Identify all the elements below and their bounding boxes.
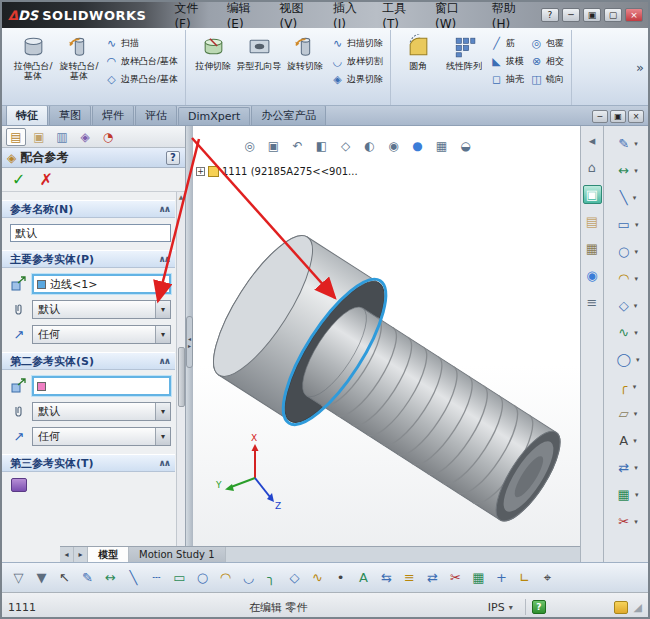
chevron-down-icon[interactable]: ▾ bbox=[155, 326, 170, 343]
fillet-button[interactable]: 圆角 bbox=[395, 31, 441, 82]
ribbon-overflow-button[interactable]: » bbox=[636, 60, 644, 75]
sketch-icon[interactable]: ✎ bbox=[79, 569, 96, 586]
model-canvas[interactable]: X Y Z bbox=[193, 126, 580, 546]
minimize-button[interactable]: ─ bbox=[562, 8, 580, 22]
polygon-icon[interactable]: ◇ bbox=[610, 293, 646, 318]
mirror-entities-icon[interactable]: ⇄ bbox=[610, 455, 646, 480]
centerpoint-arc-icon[interactable]: ◠ bbox=[217, 569, 234, 586]
section-primary-reference[interactable]: 主要参考实体(P) ∧∧ bbox=[2, 250, 175, 268]
help-button[interactable]: ? bbox=[541, 8, 559, 22]
arc-icon[interactable]: ◠ bbox=[610, 266, 646, 291]
sketch-flyout-icon[interactable]: ✎ bbox=[610, 131, 646, 156]
tag-icon[interactable] bbox=[614, 601, 628, 614]
hide-show-items-icon[interactable]: ◉ bbox=[385, 137, 402, 154]
extruded-boss-button[interactable]: 拉伸凸台/基体 bbox=[10, 31, 56, 82]
edit-appearance-icon[interactable]: ● bbox=[409, 137, 426, 154]
three-point-arc-icon[interactable]: ╮ bbox=[263, 569, 280, 586]
secondary-mate-type-dropdown[interactable]: 默认 ▾ bbox=[32, 402, 171, 421]
sketch-fillet-icon[interactable]: ╭ bbox=[610, 374, 646, 399]
cancel-button[interactable]: ✗ bbox=[39, 170, 52, 189]
file-explorer-icon[interactable]: ▤ bbox=[583, 212, 602, 231]
zoom-area-icon[interactable]: ▣ bbox=[265, 137, 282, 154]
tab-sketch[interactable]: 草图 bbox=[49, 105, 91, 125]
swept-cut-button[interactable]: ∿ 扫描切除 bbox=[331, 37, 383, 50]
chevron-down-icon[interactable]: ▾ bbox=[155, 428, 170, 445]
selection-filter-icon[interactable]: ▽ bbox=[10, 569, 27, 586]
collapse-icon[interactable]: ∧∧ bbox=[158, 356, 169, 366]
swept-boss-button[interactable]: ∿ 扫描 bbox=[105, 37, 178, 50]
intersect-button[interactable]: ⊗ 相交 bbox=[530, 55, 564, 68]
smart-dimension-icon[interactable]: ↔ bbox=[610, 158, 646, 183]
expand-tree-icon[interactable]: + bbox=[196, 167, 205, 176]
spline-icon[interactable]: ∿ bbox=[309, 569, 326, 586]
rectangle-icon[interactable]: ▭ bbox=[171, 569, 188, 586]
tab-features[interactable]: 特征 bbox=[6, 105, 48, 125]
ellipse-icon[interactable]: ◯ bbox=[610, 347, 646, 372]
previous-view-icon[interactable]: ↶ bbox=[289, 137, 306, 154]
reference-name-input[interactable]: 默认 bbox=[10, 224, 171, 242]
property-manager-tab-icon[interactable]: ▤ bbox=[6, 128, 26, 146]
solidworks-resources-icon[interactable]: ⌂ bbox=[583, 158, 602, 177]
annotation-text[interactable]: 1111 (92185A275<<901... bbox=[222, 166, 358, 177]
chevron-down-icon[interactable]: ▾ bbox=[155, 403, 170, 420]
tab-model[interactable]: 模型 bbox=[88, 547, 129, 562]
polygon-icon[interactable]: ◇ bbox=[286, 569, 303, 586]
point-icon[interactable]: • bbox=[332, 569, 349, 586]
filter-toolbar-icon[interactable]: ▼ bbox=[33, 569, 50, 586]
scrollbar-thumb[interactable] bbox=[178, 347, 185, 407]
circle-icon[interactable]: ○ bbox=[194, 569, 211, 586]
chevron-down-icon[interactable]: ▾ bbox=[155, 301, 170, 318]
primary-mate-type-dropdown[interactable]: 默认 ▾ bbox=[32, 300, 171, 319]
section-reference-name[interactable]: 参考名称(N) ∧∧ bbox=[2, 200, 175, 218]
text-icon[interactable]: A bbox=[610, 428, 646, 453]
display-style-icon[interactable]: ◐ bbox=[361, 137, 378, 154]
revolved-cut-button[interactable]: 旋转切除 bbox=[282, 31, 328, 82]
zoom-fit-icon[interactable]: ◎ bbox=[241, 137, 258, 154]
hole-wizard-button[interactable]: 异型孔向导 bbox=[236, 31, 282, 82]
quick-snaps-icon[interactable]: ⌖ bbox=[539, 569, 556, 586]
linear-sketch-pattern-icon[interactable]: ▦ bbox=[470, 569, 487, 586]
appearances-icon[interactable]: ◉ bbox=[583, 266, 602, 285]
units-dropdown[interactable]: IPS ▾ bbox=[482, 599, 519, 616]
revolved-boss-button[interactable]: 旋转凸台/基体 bbox=[56, 31, 102, 82]
tab-dimxpert[interactable]: DimXpert bbox=[178, 107, 250, 125]
mirror-button[interactable]: ◫ 镜向 bbox=[530, 73, 564, 86]
section-tertiary-reference[interactable]: 第三参考实体(T) ∧∧ bbox=[2, 454, 175, 472]
draft-button[interactable]: ◣ 拔模 bbox=[490, 55, 524, 68]
splitter-handle[interactable]: ◂ ▸ bbox=[186, 316, 193, 368]
graphics-viewport[interactable]: X Y Z ◎▣↶◧◇◐◉●▦◒ + 1111 (92185A275<<901.… bbox=[193, 126, 580, 562]
line-icon[interactable]: ╲ bbox=[610, 185, 646, 210]
boundary-boss-button[interactable]: ◇ 边界凸台/基体 bbox=[105, 73, 178, 86]
custom-properties-icon[interactable]: ≡ bbox=[583, 293, 602, 312]
smart-dimension-icon[interactable]: ↔ bbox=[102, 569, 119, 586]
tab-weldments[interactable]: 焊件 bbox=[92, 105, 134, 125]
collapse-icon[interactable]: ∧∧ bbox=[158, 458, 169, 468]
select-icon[interactable]: ↖ bbox=[56, 569, 73, 586]
trim-entities-icon[interactable]: ✂ bbox=[447, 569, 464, 586]
help-button[interactable]: ? bbox=[166, 151, 180, 165]
view-settings-icon[interactable]: ◒ bbox=[457, 137, 474, 154]
feature-manager-tab-icon[interactable]: ▣ bbox=[29, 128, 49, 146]
tangent-arc-icon[interactable]: ◡ bbox=[240, 569, 257, 586]
collapse-icon[interactable]: ∧∧ bbox=[158, 254, 169, 264]
panel-scrollbar[interactable]: ▲ ▼ bbox=[176, 192, 185, 562]
lofted-boss-button[interactable]: ◠ 放样凸台/基体 bbox=[105, 55, 178, 68]
move-entities-icon[interactable]: + bbox=[493, 569, 510, 586]
linear-pattern-button[interactable]: 线性阵列 bbox=[441, 31, 487, 82]
secondary-mate-alignment-dropdown[interactable]: 任何 ▾ bbox=[32, 427, 171, 446]
primary-entity-field[interactable]: 边线<1> bbox=[32, 274, 171, 294]
screw-model[interactable] bbox=[195, 221, 580, 546]
display-relations-icon[interactable]: ∟ bbox=[516, 569, 533, 586]
line-icon[interactable]: ╲ bbox=[125, 569, 142, 586]
section-secondary-reference[interactable]: 第二参考实体(S) ∧∧ bbox=[2, 352, 175, 370]
tab-scroll-left-icon[interactable]: ◂ bbox=[60, 547, 74, 562]
collapse-icon[interactable]: ∧∧ bbox=[158, 204, 169, 214]
section-view-icon[interactable]: ◧ bbox=[313, 137, 330, 154]
tab-office-products[interactable]: 办公室产品 bbox=[251, 105, 326, 125]
maximize-button[interactable]: ▢ bbox=[604, 8, 622, 22]
offset-entities-icon[interactable]: ≡ bbox=[401, 569, 418, 586]
spline-icon[interactable]: ∿ bbox=[610, 320, 646, 345]
tab-motion-study[interactable]: Motion Study 1 bbox=[129, 547, 226, 562]
close-button[interactable]: × bbox=[625, 8, 643, 22]
rib-button[interactable]: ╱ 筋 bbox=[490, 37, 524, 50]
